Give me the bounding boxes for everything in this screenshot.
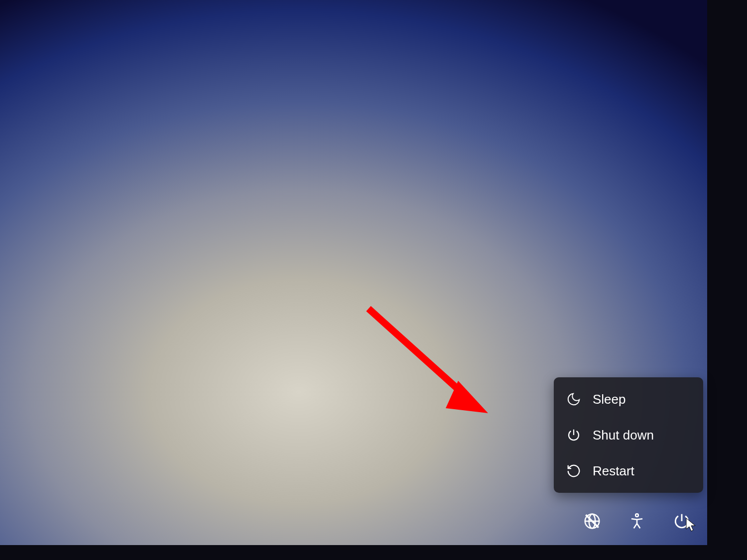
- network-icon: [583, 512, 602, 533]
- moon-icon: [566, 391, 582, 407]
- sleep-menu-item[interactable]: Sleep: [554, 381, 703, 417]
- svg-marker-7: [446, 381, 488, 413]
- screen-edge-right: [707, 0, 747, 560]
- shutdown-label: Shut down: [593, 428, 654, 443]
- power-icon: [672, 512, 691, 533]
- shutdown-menu-item[interactable]: Shut down: [554, 417, 703, 453]
- accessibility-button[interactable]: [626, 512, 647, 533]
- sleep-label: Sleep: [593, 392, 626, 407]
- accessibility-icon: [627, 512, 646, 533]
- power-icon: [566, 427, 582, 443]
- power-button[interactable]: [671, 512, 692, 533]
- svg-point-4: [635, 514, 638, 517]
- annotation-arrow: [359, 299, 508, 450]
- restart-label: Restart: [593, 463, 634, 479]
- svg-line-6: [369, 309, 468, 398]
- network-button[interactable]: [582, 512, 603, 533]
- power-menu: Sleep Shut down Restart: [554, 377, 703, 493]
- screen-edge-bottom: [0, 545, 747, 560]
- lock-screen-bottom-bar: [582, 512, 692, 533]
- restart-menu-item[interactable]: Restart: [554, 453, 703, 489]
- restart-icon: [566, 463, 582, 479]
